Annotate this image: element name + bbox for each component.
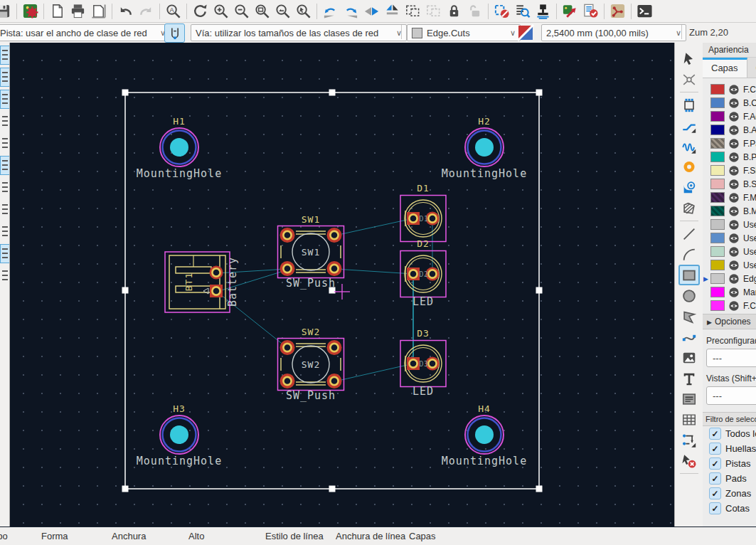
unlock-icon[interactable]	[464, 1, 485, 21]
left-toolbar-partial-icon[interactable]	[0, 112, 9, 131]
layer-row-f-silkscreen[interactable]: F.Silkscreen	[703, 164, 756, 177]
zoom-fit-icon[interactable]	[252, 1, 272, 21]
left-toolbar-partial-icon[interactable]	[0, 46, 9, 65]
lock-icon[interactable]	[444, 1, 464, 21]
footprint-BT1[interactable]: BT1Battery	[165, 252, 239, 312]
ungroup-icon[interactable]	[423, 1, 444, 21]
layer-row-f-cu[interactable]: F.Cu	[703, 83, 756, 96]
add-keepout-icon[interactable]	[678, 198, 700, 218]
scripting-console-icon[interactable]	[634, 1, 655, 21]
selection-handle[interactable]	[536, 287, 543, 294]
delete-tool-icon[interactable]	[678, 450, 700, 471]
left-toolbar-partial-icon[interactable]	[0, 90, 9, 109]
eye-visible-icon[interactable]	[728, 138, 740, 149]
checkbox-checked-icon[interactable]: ✓	[709, 472, 721, 485]
layer-color-swatch[interactable]	[710, 192, 725, 203]
undo-icon[interactable]	[115, 1, 136, 21]
zoom-objects-icon[interactable]	[272, 1, 293, 21]
eye-visible-icon[interactable]	[728, 273, 740, 285]
layer-row-f-mask[interactable]: F.Mask	[703, 191, 756, 204]
net-inspector-icon[interactable]	[512, 1, 533, 21]
layer-row-b-paste[interactable]: B.Paste	[703, 150, 756, 164]
checkbox-checked-icon[interactable]: ✓	[709, 502, 721, 514]
ratsnest-toggle-icon[interactable]	[491, 1, 512, 21]
layer-row-f-courtyard[interactable]: F.Courtyard	[703, 299, 756, 312]
layer-color-swatch[interactable]	[710, 152, 725, 162]
active-layer-select[interactable]: Edge.Cuts ∨	[407, 24, 521, 41]
layer-row-b-adhesive[interactable]: B.Adhesive	[703, 123, 756, 137]
footprint-H1[interactable]: H1MountingHole	[137, 116, 222, 180]
select-icon[interactable]	[678, 48, 700, 69]
selection-handle[interactable]	[122, 287, 129, 294]
find-icon[interactable]: A	[163, 1, 183, 21]
left-toolbar-partial-icon[interactable]	[0, 68, 9, 87]
draw-bezier-icon[interactable]	[678, 327, 700, 347]
add-zone-icon[interactable]	[678, 177, 700, 198]
layer-color-swatch[interactable]	[710, 287, 725, 297]
track-width-toggle-button[interactable]	[164, 23, 185, 43]
layer-pair-indicator[interactable]	[517, 24, 534, 41]
selection-handle[interactable]	[329, 486, 336, 492]
eye-visible-icon[interactable]	[728, 97, 740, 109]
save-icon[interactable]	[0, 1, 14, 21]
board-setup-icon[interactable]	[20, 1, 41, 21]
rotate-cw-icon[interactable]	[341, 1, 361, 21]
zoom-level-value[interactable]: Zum 2,20	[689, 27, 728, 38]
add-via-icon[interactable]	[678, 157, 700, 177]
layer-row-user-comments[interactable]: User.Comments	[703, 231, 756, 245]
group-icon[interactable]	[403, 1, 423, 21]
layer-color-swatch[interactable]	[710, 125, 725, 135]
eye-visible-icon[interactable]	[728, 260, 740, 271]
checkbox-checked-icon[interactable]: ✓	[709, 487, 721, 499]
checkbox-checked-icon[interactable]: ✓	[709, 428, 721, 440]
add-textbox-icon[interactable]	[678, 388, 700, 409]
eye-visible-icon[interactable]	[728, 179, 740, 190]
selection-handle[interactable]	[329, 287, 336, 294]
left-toolbar-partial-icon[interactable]	[0, 156, 9, 175]
drc-icon[interactable]	[580, 1, 601, 21]
eye-visible-icon[interactable]	[728, 206, 740, 217]
footprint-D3[interactable]: D3D3LED	[400, 328, 446, 398]
presets-select[interactable]: ---	[706, 349, 756, 367]
checkbox-checked-icon[interactable]: ✓	[709, 457, 721, 470]
flip-board-view-icon[interactable]	[382, 1, 403, 21]
left-toolbar-partial-icon[interactable]	[0, 178, 9, 197]
layer-color-swatch[interactable]	[710, 273, 725, 284]
redo-icon[interactable]	[136, 1, 156, 21]
draw-circle-icon[interactable]	[678, 285, 700, 306]
layer-color-swatch[interactable]	[710, 84, 725, 95]
layer-color-swatch[interactable]	[710, 138, 725, 149]
eye-visible-icon[interactable]	[728, 233, 740, 244]
tab-objetos[interactable]: Objetos	[747, 58, 756, 78]
track-width-select[interactable]: Pista: usar el ancho de clase de red ∨	[0, 24, 171, 41]
left-toolbar-partial-icon[interactable]	[0, 200, 9, 219]
layer-color-swatch[interactable]	[710, 233, 725, 243]
left-toolbar-partial-icon[interactable]	[0, 134, 9, 153]
add-image-icon[interactable]	[678, 347, 700, 368]
cleanup-tracks-icon[interactable]	[607, 1, 628, 21]
checkbox-checked-icon[interactable]: ✓	[709, 443, 721, 455]
place-origin-icon[interactable]	[533, 1, 553, 21]
eye-visible-icon[interactable]	[728, 152, 740, 163]
layer-color-swatch[interactable]	[710, 206, 725, 216]
draw-arc-icon[interactable]	[678, 244, 700, 265]
selection-handle[interactable]	[329, 90, 336, 96]
eye-visible-icon[interactable]	[728, 246, 740, 258]
footprint-SW2[interactable]: SW2SW2SW_Push	[278, 327, 344, 402]
selection-handle[interactable]	[122, 486, 129, 492]
page-setup-icon[interactable]	[88, 1, 109, 21]
footprint-D1[interactable]: D1D1	[400, 183, 446, 242]
layer-row-margin[interactable]: Margin	[703, 285, 756, 299]
selection-handle[interactable]	[122, 90, 129, 96]
grid-select[interactable]: 2,5400 mm (100,00 mils) ∨	[541, 24, 686, 41]
layer-color-swatch[interactable]	[710, 111, 725, 122]
options-collapsible[interactable]: ▶Opciones	[703, 314, 756, 329]
draw-rectangle-icon[interactable]	[678, 265, 700, 285]
layer-row-f-adhesive[interactable]: F.Adhesive	[703, 110, 756, 123]
layer-row-user-drawings[interactable]: User.Drawings	[703, 218, 756, 231]
layer-color-swatch[interactable]	[710, 165, 725, 176]
selection-handle[interactable]	[536, 90, 543, 96]
left-toolbar-partial-icon[interactable]	[0, 222, 9, 241]
eye-visible-icon[interactable]	[728, 219, 740, 231]
rotate-ccw-icon[interactable]	[320, 1, 341, 21]
